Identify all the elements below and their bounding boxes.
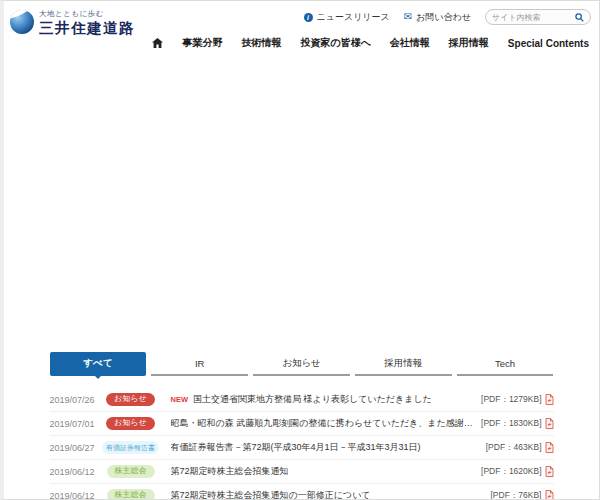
news-tab-label: お知らせ	[282, 357, 321, 370]
pdf-size-label: [PDF：1830KB]	[481, 418, 541, 430]
news-category-badge: 株主総会	[107, 489, 155, 500]
news-tab-label: すべて	[83, 357, 112, 370]
news-badge-cell: お知らせ	[100, 393, 162, 407]
news-badge-cell: 株主総会	[100, 465, 162, 479]
contact-label: お問い合わせ	[416, 11, 471, 24]
news-tab[interactable]: IR	[151, 352, 248, 376]
news-date: 2019/07/26	[50, 395, 100, 405]
news-pdf[interactable]: [PDF：1620KB]	[481, 466, 553, 478]
news-badge-cell: 有価証券報告書	[100, 441, 162, 454]
news-title-link[interactable]: 有価証券報告書－第72期(平成30年4月1日－平成31年3月31日)	[171, 441, 478, 454]
hero-area	[4, 56, 599, 352]
news-pdf[interactable]: [PDF：1279KB]	[481, 394, 553, 406]
news-date: 2019/06/27	[50, 443, 100, 453]
logo[interactable]: 大地とともに歩む 三井住建道路	[10, 7, 135, 37]
pdf-icon	[545, 418, 554, 429]
nav-technology[interactable]: 技術情報	[241, 36, 281, 50]
logo-company-name: 三井住建道路	[39, 19, 135, 37]
utility-row: i ニュースリリース ✉ お問い合わせ	[304, 9, 592, 25]
pdf-size-label: [PDF：1620KB]	[481, 466, 541, 478]
news-date: 2019/06/12	[50, 467, 100, 477]
page: 大地とともに歩む 三井住建道路 i ニュースリリース ✉ お問い合わせ	[0, 0, 600, 500]
news-title-link[interactable]: 国土交通省関東地方整備局 様より表彰していただきました	[193, 393, 473, 406]
news-title-link[interactable]: 第72期定時株主総会招集通知	[171, 465, 474, 478]
pdf-icon	[545, 394, 554, 405]
news-tab[interactable]: すべて	[50, 352, 147, 376]
news-tab[interactable]: 採用情報	[355, 352, 452, 376]
new-label: NEW	[171, 395, 189, 404]
pdf-size-label: [PDF：463KB]	[486, 442, 542, 454]
news-badge-cell: 株主総会	[100, 489, 162, 500]
news-date: 2019/07/01	[50, 419, 100, 429]
pdf-size-label: [PDF：76KB]	[490, 490, 541, 500]
news-row[interactable]: 2019/06/27 有価証券報告書 有価証券報告書－第72期(平成30年4月1…	[50, 436, 554, 460]
pdf-icon	[545, 466, 554, 477]
mail-icon: ✉	[404, 12, 412, 22]
search-input[interactable]	[492, 13, 571, 22]
main-nav: 事業分野 技術情報 投資家の皆様へ 会社情報 採用情報 Special Cont…	[152, 36, 589, 50]
news-title-link[interactable]: 昭島・昭和の森 武藤順九彫刻園の整備に携わらせていただき、また感謝状もいただきま…	[171, 417, 474, 430]
news-tabs: すべて IR お知らせ 採用情報 Tech	[50, 352, 554, 376]
news-tab-label: IR	[195, 358, 205, 369]
news-tab-label: Tech	[495, 358, 515, 369]
news-date: 2019/06/12	[50, 491, 100, 500]
news-row[interactable]: 2019/07/01 お知らせ 昭島・昭和の森 武藤順九彫刻園の整備に携わらせて…	[50, 412, 554, 436]
news-badge-cell: お知らせ	[100, 417, 162, 431]
nav-home[interactable]	[152, 38, 163, 48]
news-release-label: ニュースリリース	[317, 11, 390, 24]
news-list: 2019/07/26 お知らせ NEW 国土交通省関東地方整備局 様より表彰して…	[50, 388, 554, 500]
nav-investors[interactable]: 投資家の皆様へ	[300, 36, 370, 50]
contact-link[interactable]: ✉ お問い合わせ	[404, 11, 471, 24]
news-category-badge: 株主総会	[107, 465, 155, 479]
pdf-icon	[545, 490, 554, 500]
nav-recruit[interactable]: 採用情報	[449, 36, 489, 50]
site-search-box	[485, 9, 591, 25]
logo-globe-icon	[10, 10, 34, 34]
pdf-icon	[545, 442, 554, 453]
news-category-badge: お知らせ	[106, 417, 155, 431]
news-tab-label: 採用情報	[384, 357, 422, 370]
site-header: 大地とともに歩む 三井住建道路 i ニュースリリース ✉ お問い合わせ	[4, 1, 599, 56]
news-title-link[interactable]: 第72期定時株主総会招集通知の一部修正について	[171, 489, 483, 500]
news-pdf[interactable]: [PDF：76KB]	[490, 490, 553, 500]
news-row[interactable]: 2019/06/12 株主総会 第72期定時株主総会招集通知 [PDF：1620…	[50, 460, 554, 484]
news-category-badge: お知らせ	[106, 393, 155, 407]
news-release-link[interactable]: i ニュースリリース	[304, 11, 390, 24]
news-category-badge: 有価証券報告書	[102, 441, 159, 454]
nav-business[interactable]: 事業分野	[182, 36, 222, 50]
logo-text: 大地とともに歩む 三井住建道路	[39, 7, 135, 37]
news-pdf[interactable]: [PDF：1830KB]	[481, 418, 553, 430]
news-row[interactable]: 2019/06/12 株主総会 第72期定時株主総会招集通知の一部修正について …	[50, 484, 554, 500]
pdf-size-label: [PDF：1279KB]	[481, 394, 541, 406]
nav-special-contents[interactable]: Special Contents	[508, 38, 589, 49]
news-tab[interactable]: お知らせ	[253, 352, 350, 376]
info-icon: i	[304, 13, 313, 22]
search-icon[interactable]	[575, 13, 584, 22]
home-icon	[152, 38, 163, 48]
news-row[interactable]: 2019/07/26 お知らせ NEW 国土交通省関東地方整備局 様より表彰して…	[50, 388, 554, 412]
news-pdf[interactable]: [PDF：463KB]	[486, 442, 554, 454]
news-tab[interactable]: Tech	[457, 352, 554, 376]
nav-company[interactable]: 会社情報	[390, 36, 430, 50]
logo-tagline: 大地とともに歩む	[39, 9, 135, 19]
